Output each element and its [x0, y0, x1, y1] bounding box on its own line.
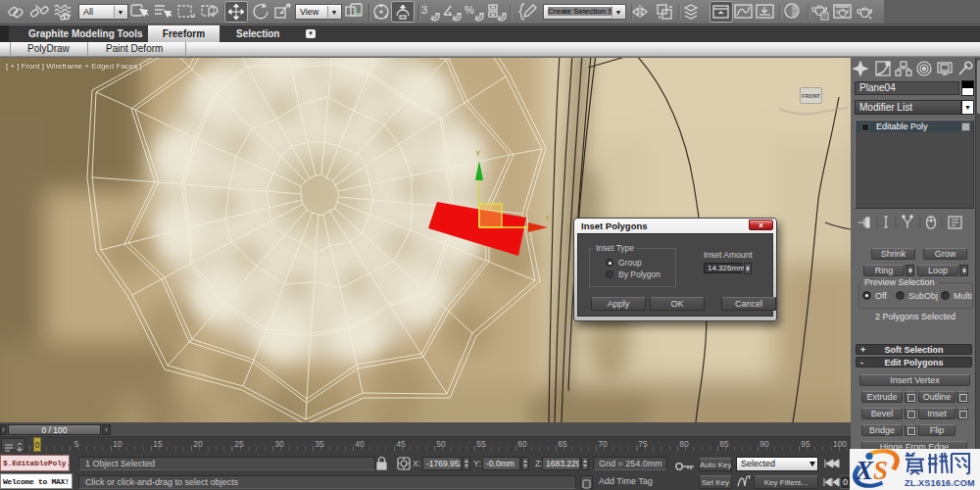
- svg-text:ZL.XS1616.COM: ZL.XS1616.COM: [905, 478, 975, 488]
- svg-text:Y: Y: [475, 149, 481, 158]
- svg-text:3: 3: [421, 4, 427, 16]
- svg-text:S: S: [873, 456, 888, 485]
- svg-text:X: X: [545, 214, 551, 222]
- svg-text:X: X: [855, 456, 874, 485]
- svg-text:%: %: [465, 4, 474, 16]
